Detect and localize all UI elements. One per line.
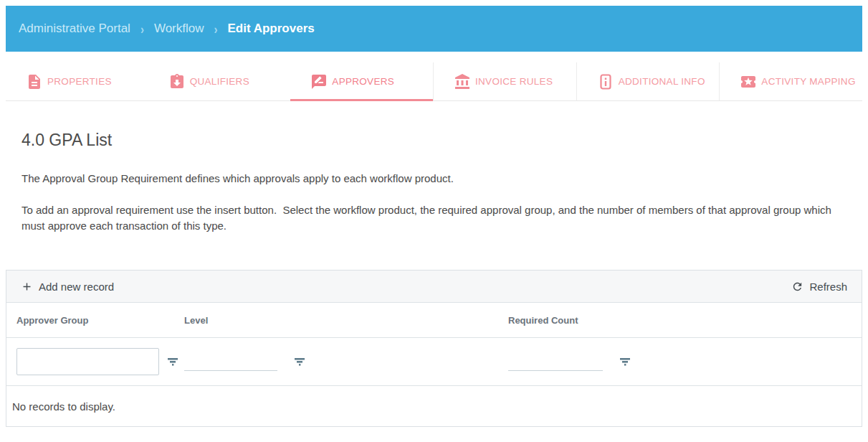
- add-new-record-button[interactable]: Add new record: [21, 281, 114, 293]
- tab-label: PROPERTIES: [47, 76, 112, 87]
- rate-review-icon: [310, 73, 328, 90]
- breadcrumb-separator-icon: ›: [214, 22, 217, 36]
- level-filter-input[interactable]: [184, 352, 277, 371]
- tab-properties[interactable]: PROPERTIES: [6, 62, 148, 100]
- tab-label: INVOICE RULES: [475, 76, 553, 87]
- grid-filter-row: [6, 338, 862, 386]
- plus-icon: [21, 281, 33, 293]
- info-card-icon: [597, 73, 614, 90]
- ticket-star-icon: [740, 73, 757, 90]
- page-title: 4.0 GPA List: [22, 131, 846, 150]
- no-records-message: No records to display.: [6, 386, 862, 426]
- refresh-icon: [791, 281, 803, 293]
- tab-qualifiers[interactable]: QUALIFIERS: [148, 62, 291, 100]
- tab-strip: PROPERTIES QUALIFIERS APPROVERS INVOICE …: [6, 62, 862, 101]
- filter-icon[interactable]: [619, 355, 631, 368]
- clipboard-download-icon: [168, 73, 186, 90]
- filter-cell-level: [178, 352, 502, 371]
- tab-label: APPROVERS: [332, 76, 394, 87]
- refresh-label: Refresh: [809, 281, 847, 293]
- filter-icon[interactable]: [293, 355, 306, 368]
- filter-cell-approver-group: [6, 348, 178, 375]
- tab-additional-info[interactable]: ADDITIONAL INFO: [576, 62, 720, 100]
- description-paragraph-2: To add an approval requirement use the i…: [22, 202, 839, 234]
- required-count-filter-input[interactable]: [508, 352, 603, 371]
- description-paragraph-1: The Approval Group Requirement defines w…: [22, 171, 839, 187]
- column-header-required-count[interactable]: Required Count: [502, 315, 862, 326]
- tab-invoice-rules[interactable]: INVOICE RULES: [433, 62, 576, 100]
- breadcrumb-administrative-portal[interactable]: Administrative Portal: [19, 22, 130, 36]
- document-icon: [26, 73, 43, 90]
- breadcrumb-bar: Administrative Portal › Workflow › Edit …: [6, 6, 862, 52]
- grid-header-row: Approver Group Level Required Count: [6, 303, 862, 338]
- approver-group-filter-input[interactable]: [16, 348, 159, 375]
- filter-cell-required-count: [502, 352, 862, 371]
- column-header-approver-group[interactable]: Approver Group: [6, 315, 178, 326]
- tab-label: QUALIFIERS: [190, 76, 249, 87]
- tab-approvers[interactable]: APPROVERS: [290, 62, 433, 100]
- page-content: 4.0 GPA List The Approval Group Requirem…: [6, 131, 862, 234]
- tab-label: ADDITIONAL INFO: [619, 76, 705, 87]
- approvers-grid: Add new record Refresh Approver Group Le…: [6, 270, 862, 427]
- tab-label: ACTIVITY MAPPING: [761, 76, 855, 87]
- refresh-button[interactable]: Refresh: [791, 281, 847, 293]
- filter-icon[interactable]: [166, 355, 179, 368]
- tab-activity-mapping[interactable]: ACTIVITY MAPPING: [719, 62, 862, 100]
- breadcrumb-edit-approvers: Edit Approvers: [227, 22, 314, 36]
- column-header-level[interactable]: Level: [178, 315, 502, 326]
- bank-icon: [454, 73, 471, 90]
- breadcrumb-workflow[interactable]: Workflow: [154, 22, 204, 36]
- grid-toolbar: Add new record Refresh: [6, 271, 862, 303]
- add-new-record-label: Add new record: [39, 281, 114, 293]
- breadcrumb-separator-icon: ›: [140, 22, 144, 36]
